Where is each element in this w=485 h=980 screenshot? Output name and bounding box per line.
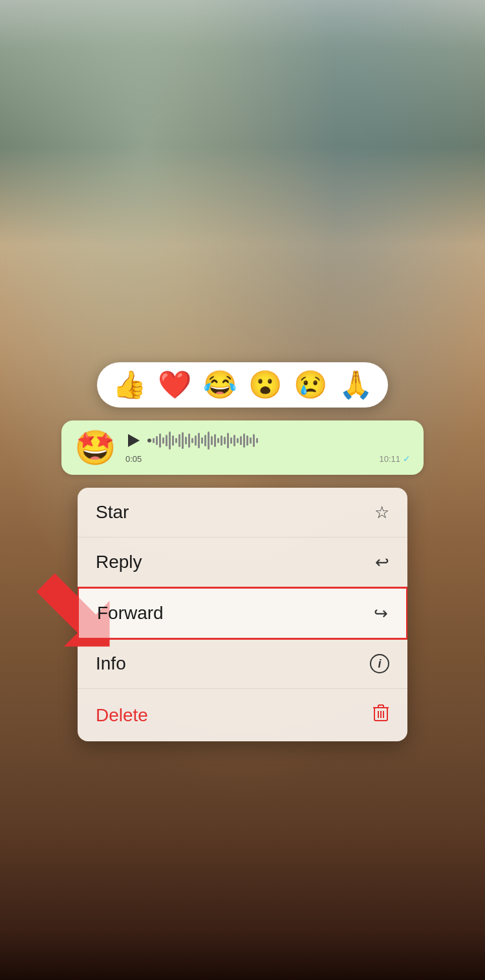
play-button[interactable]: [128, 434, 140, 447]
menu-item-delete[interactable]: Delete: [78, 689, 407, 741]
voice-message-bubble: 🤩: [61, 420, 424, 475]
current-time: 0:05: [125, 454, 142, 464]
forward-label: Forward: [97, 603, 164, 624]
emoji-surprised[interactable]: 😮: [248, 371, 282, 398]
time-row: 0:05 10:11 ✓: [125, 453, 411, 464]
delete-icon: [372, 703, 389, 727]
wave-bars: [153, 431, 411, 450]
reply-icon: ↩: [375, 552, 389, 572]
delete-label: Delete: [96, 705, 148, 726]
menu-item-forward[interactable]: Forward ↪: [78, 587, 407, 640]
waveform: [147, 431, 411, 450]
menu-item-star[interactable]: Star ☆: [78, 488, 407, 538]
forward-icon: ↪: [374, 604, 388, 624]
total-time: 10:11 ✓: [379, 453, 411, 464]
emoji-laugh[interactable]: 😂: [203, 371, 237, 398]
star-icon: ☆: [374, 503, 389, 523]
voice-content: 0:05 10:11 ✓: [125, 431, 411, 464]
emoji-reaction-bar[interactable]: 👍 ❤️ 😂 😮 😢 🙏: [97, 362, 388, 408]
emoji-heart[interactable]: ❤️: [158, 371, 191, 398]
voice-controls[interactable]: [125, 431, 411, 450]
emoji-thumbsup[interactable]: 👍: [113, 371, 146, 398]
info-icon: i: [370, 654, 389, 673]
sender-emoji: 🤩: [74, 431, 116, 464]
read-checkmark: ✓: [403, 453, 411, 464]
emoji-cry[interactable]: 😢: [294, 371, 327, 398]
wave-progress-dot: [147, 439, 151, 442]
star-label: Star: [96, 502, 129, 523]
context-menu: Star ☆ Reply ↩ Forward ↪ Info i Delete: [78, 488, 407, 741]
emoji-pray[interactable]: 🙏: [339, 371, 372, 398]
